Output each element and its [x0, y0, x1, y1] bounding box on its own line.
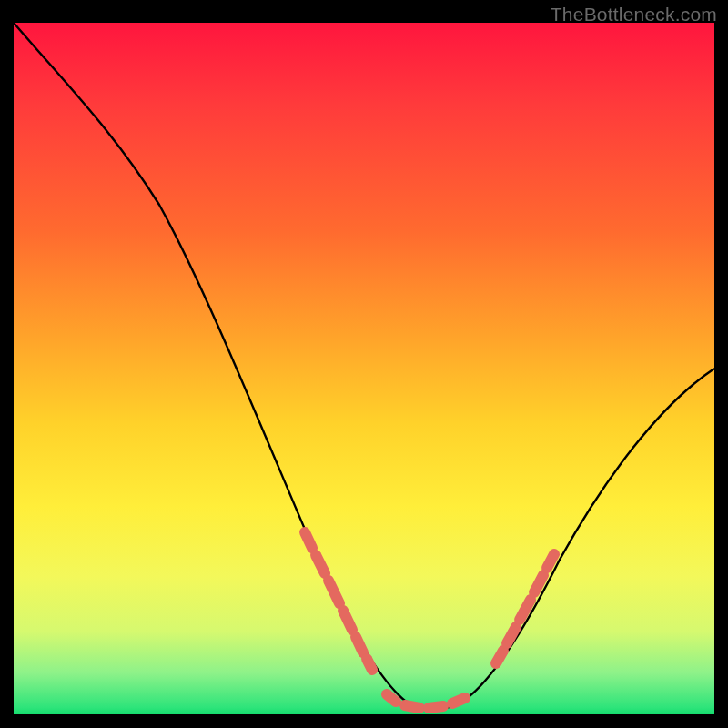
svg-line-7: [405, 705, 420, 708]
floor-marker-cluster: [387, 694, 465, 708]
svg-line-2: [329, 581, 339, 603]
svg-line-13: [534, 575, 543, 592]
svg-line-4: [356, 637, 363, 652]
left-marker-cluster: [305, 532, 372, 670]
svg-line-10: [496, 651, 503, 663]
right-marker-cluster: [496, 554, 554, 663]
svg-line-5: [367, 659, 372, 670]
svg-line-14: [547, 554, 554, 568]
svg-line-3: [343, 611, 352, 630]
svg-line-0: [305, 532, 312, 548]
bottleneck-curve: [14, 23, 714, 714]
curve-path: [14, 23, 714, 709]
svg-line-1: [316, 555, 325, 573]
plot-area: [14, 23, 714, 714]
chart-frame: TheBottleneck.com: [0, 0, 728, 728]
svg-line-9: [452, 698, 465, 703]
svg-line-8: [429, 706, 443, 708]
svg-line-6: [387, 694, 396, 702]
